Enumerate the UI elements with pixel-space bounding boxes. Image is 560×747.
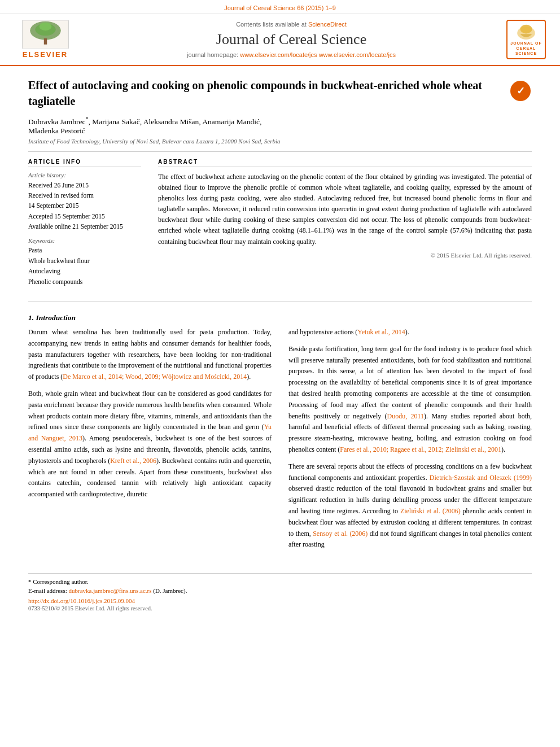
issn-line: 0733-5210/© 2015 Elsevier Ltd. All right…	[28, 605, 532, 611]
accepted-date: Accepted 15 September 2015	[28, 211, 141, 221]
ref-duodu: Duodu, 2011	[387, 412, 425, 420]
ref-demarco: De Marco et al., 2014; Wood, 2009; Wójto…	[63, 373, 247, 381]
affiliation-line: Institute of Food Technology, University…	[28, 138, 532, 145]
article-title-block: ✓ Effect of autoclaving and cooking on p…	[28, 77, 532, 109]
body-columns: Durum wheat semolina has been traditiona…	[28, 327, 532, 556]
article-history-block: Article history: Received 26 June 2015 R…	[28, 172, 141, 232]
sciencedirect-line: Contents lists available at ScienceDirec…	[79, 21, 504, 28]
keyword-1: Pasta	[28, 245, 141, 255]
main-content: ✓ Effect of autoclaving and cooking on p…	[0, 66, 560, 623]
journal-title-heading: Journal of Cereal Science	[79, 31, 504, 48]
svg-rect-2	[43, 38, 46, 45]
ref-sensoy: Sensoy et al. (2006)	[313, 530, 368, 538]
elsevier-brand-label: ELSEVIER	[23, 50, 68, 59]
abstract-text: The effect of buckwheat achene autoclavi…	[158, 172, 532, 247]
footer-section: * Corresponding author. E-mail address: …	[28, 573, 532, 611]
introduction-title: 1. Introduction	[28, 313, 532, 322]
email-label: E-mail address:	[28, 587, 67, 594]
homepage-url: www.elsevier.com/locate/jcs	[319, 51, 396, 58]
crossmark-icon: ✓	[509, 80, 532, 102]
elsevier-logo: ELSEVIER	[11, 20, 79, 59]
footnote-star-text: * Corresponding author.	[28, 578, 89, 585]
divider-2	[28, 302, 532, 302]
article-title: Effect of autoclaving and cooking on phe…	[28, 77, 532, 109]
intro-para-1: Durum wheat semolina has been traditiona…	[28, 327, 272, 383]
cereal-logo-icon	[515, 23, 537, 41]
cereal-logo-text: Journal ofCEREALSCIENCE	[510, 41, 541, 56]
homepage-link[interactable]: www.elsevier.com/locate/jcs	[240, 51, 317, 58]
ref-yu: Yu and Nanguet, 2013	[28, 423, 272, 442]
ref-fares: Fares et al., 2010; Ragaee et al., 2012;…	[340, 445, 501, 453]
authors-line: Dubravka Jambrec*, Marijana Sakač, Aleks…	[28, 116, 532, 136]
journal-reference: Journal of Cereal Science 66 (2015) 1–9	[224, 5, 336, 11]
doi-link[interactable]: http://dx.doi.org/10.1016/j.jcs.2015.09.…	[28, 597, 532, 604]
ref-yetuk: Yetuk et al., 2014	[357, 328, 405, 336]
elsevier-tree-icon	[21, 20, 69, 49]
intro-para-4: Beside pasta fortification, long term go…	[288, 344, 532, 456]
keyword-2: Whole buckwheat flour	[28, 256, 141, 266]
body-right-col: and hypotensive actions (Yetuk et al., 2…	[288, 327, 532, 556]
article-info-header: ARTICLE INFO	[28, 159, 141, 167]
section-name: Introduction	[36, 313, 76, 322]
keywords-label: Keywords:	[28, 237, 141, 244]
homepage-line: journal homepage: www.elsevier.com/locat…	[79, 51, 504, 58]
sciencedirect-prefix: Contents lists available at	[236, 21, 307, 28]
email-suffix: (D. Jambrec).	[153, 587, 187, 594]
header-center: Contents lists available at ScienceDirec…	[79, 21, 504, 58]
ref-dietrich: Dietrich-Szostak and Oleszek (1999)	[430, 474, 532, 482]
homepage-prefix: journal homepage:	[187, 51, 238, 58]
journal-header: ELSEVIER Contents lists available at Sci…	[0, 14, 560, 66]
abstract-header: ABSTRACT	[158, 159, 532, 167]
ref-kreft: Kreft et al., 2006	[110, 457, 156, 465]
top-bar: Journal of Cereal Science 66 (2015) 1–9	[0, 0, 560, 14]
intro-para-2: Both, whole grain wheat and buckwheat fl…	[28, 388, 272, 500]
history-label: Article history:	[28, 172, 141, 178]
intro-para-3: and hypotensive actions (Yetuk et al., 2…	[288, 327, 532, 338]
svg-text:✓: ✓	[517, 85, 525, 97]
cereal-logo: Journal ofCEREALSCIENCE	[506, 20, 546, 59]
keyword-4: Phenolic compounds	[28, 277, 141, 287]
abstract-column: ABSTRACT The effect of buckwheat achene …	[158, 159, 532, 293]
info-abstract-section: ARTICLE INFO Article history: Received 2…	[28, 159, 532, 293]
svg-point-4	[39, 23, 51, 31]
header-right: Journal ofCEREALSCIENCE	[504, 20, 549, 59]
sciencedirect-link[interactable]: ScienceDirect	[308, 21, 347, 28]
intro-para-5: There are several reports about the effe…	[288, 461, 532, 551]
body-left-col: Durum wheat semolina has been traditiona…	[28, 327, 272, 556]
article-info-column: ARTICLE INFO Article history: Received 2…	[28, 159, 141, 293]
keyword-3: Autoclaving	[28, 266, 141, 276]
section-number: 1.	[28, 313, 34, 322]
ref-zielinski: Zieliński et al. (2006)	[400, 507, 461, 515]
divider-1	[28, 151, 532, 152]
received-date: Received 26 June 2015	[28, 180, 141, 190]
footnote-star: * Corresponding author.	[28, 578, 532, 585]
header-left: ELSEVIER	[11, 20, 79, 59]
page-wrapper: Journal of Cereal Science 66 (2015) 1–9 …	[0, 0, 560, 623]
introduction-section: 1. Introduction Durum wheat semolina has…	[28, 313, 532, 556]
svg-point-6	[520, 25, 532, 34]
copyright-line: © 2015 Elsevier Ltd. All rights reserved…	[158, 252, 532, 259]
keywords-block: Keywords: Pasta Whole buckwheat flour Au…	[28, 237, 141, 287]
revised-date: Received in revised form14 September 201…	[28, 190, 141, 211]
available-date: Available online 21 September 2015	[28, 221, 141, 231]
email-footnote: E-mail address: dubravka.jambrec@fins.un…	[28, 587, 532, 594]
email-link[interactable]: dubravka.jambrec@fins.uns.ac.rs	[68, 587, 151, 594]
